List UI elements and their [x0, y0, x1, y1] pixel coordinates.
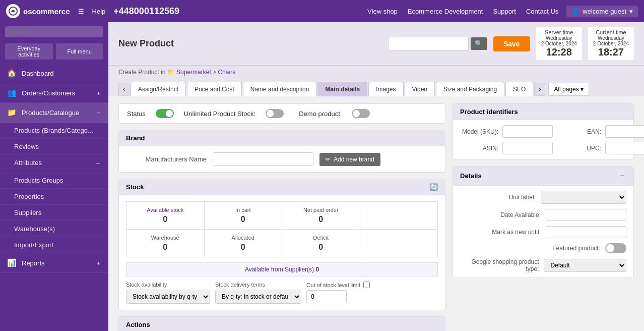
supplier-availability-row: Available from Supplier(s) 0 [126, 262, 438, 277]
incart-label: In cart [210, 207, 277, 213]
sidebar-item-suppliers[interactable]: Suppliers [0, 205, 108, 221]
supplier-text: Available from Supplier(s) [245, 266, 314, 273]
stock-availability-select[interactable]: Stock availability by q-ty [126, 290, 210, 304]
add-brand-label: Add new brand [334, 156, 374, 163]
product-identifiers-section: Product identifiers Model (SKU): EAN: AS… [453, 103, 634, 160]
sidebar-item-warehouses[interactable]: Warehouse(s) [0, 221, 108, 237]
details-header: Details － [453, 167, 633, 186]
stock-delivery-select[interactable]: By q-ty: in stock or defau [215, 290, 301, 304]
tab-size-packaging[interactable]: Size and Packaging [436, 82, 504, 96]
product-header: New Product 🔍 Save Server time Wednesday… [108, 22, 644, 66]
add-brand-button[interactable]: ✏ Add new brand [319, 153, 380, 166]
user-label: welcome guest [583, 8, 626, 15]
sidebar-item-orders-customers[interactable]: 👥 Orders/Customers ＋ [0, 83, 108, 103]
save-button[interactable]: Save [493, 36, 530, 51]
tab-video[interactable]: Video [405, 82, 435, 96]
ecommerce-link[interactable]: Ecommerce Development [408, 8, 483, 15]
available-value: 0 [132, 215, 199, 224]
demo-product-toggle[interactable] [352, 109, 370, 118]
all-pages-dropdown[interactable]: All pages ▾ [548, 83, 589, 96]
logo[interactable]: oscommerce [6, 4, 70, 18]
breadcrumb-chairs-link[interactable]: Chairs [218, 69, 235, 76]
featured-label: Featured product: [552, 245, 600, 252]
stock-availability-group: Stock availability Stock availability by… [126, 282, 210, 304]
search-input[interactable] [5, 26, 103, 37]
sidebar-item-import-export[interactable]: Import/Export [0, 237, 108, 253]
tab-name-description[interactable]: Name and description [243, 82, 317, 96]
form-right: Product identifiers Model (SKU): EAN: AS… [453, 103, 634, 324]
sidebar-item-reviews[interactable]: Reviews [0, 139, 108, 155]
app-body: Everyday activities Full menu 🏠 Dashboar… [0, 22, 644, 331]
mfr-name-input[interactable] [213, 152, 313, 166]
user-chevron-icon: ▾ [629, 8, 633, 15]
sidebar-item-reports[interactable]: 📊 Reports ＋ [0, 253, 108, 273]
form-area: Status Unlimited Product Stock: Demo pro… [108, 96, 644, 331]
sidebar-item-products-brands[interactable]: Products (Brands/Catego... [0, 123, 108, 139]
support-link[interactable]: Support [493, 8, 516, 15]
product-search-input[interactable] [388, 37, 469, 50]
deficit-label: Deficit [287, 235, 355, 241]
everyday-activities-button[interactable]: Everyday activities [5, 43, 53, 60]
tab-seo[interactable]: SEO [505, 82, 533, 96]
sidebar: Everyday activities Full menu 🏠 Dashboar… [0, 22, 108, 331]
server-time-display: Server time Wednesday2 October, 2024 12:… [536, 27, 582, 60]
tab-prev-button[interactable]: ‹ [118, 83, 130, 96]
tab-assign-restrict[interactable]: Assign/Restrict [131, 82, 186, 96]
demo-product-label: Demo product: [299, 110, 342, 118]
sku-input[interactable] [502, 125, 553, 138]
full-menu-button[interactable]: Full menu [56, 43, 104, 60]
brand-row: Manufacturers Name ✏ Add new brand [126, 152, 438, 166]
mark-new-input[interactable] [546, 226, 626, 238]
sidebar-item-label: Reports [22, 259, 45, 267]
stock-grid: Available stock 0 In cart 0 Not paid ord… [126, 201, 438, 257]
unlimited-stock-toggle[interactable] [266, 109, 284, 118]
user-avatar-icon: 👤 [571, 8, 579, 15]
incart-cell: In cart 0 [205, 202, 282, 229]
oos-checkbox[interactable] [363, 282, 370, 288]
google-type-select[interactable]: Default [544, 259, 626, 272]
details-title: Details [460, 172, 482, 180]
form-left: Status Unlimited Product Stock: Demo pro… [118, 103, 445, 324]
help-link[interactable]: Help [92, 8, 106, 15]
collapse-icon: － [96, 109, 101, 117]
current-time-label: Current time [593, 29, 629, 35]
tab-images[interactable]: Images [368, 82, 403, 96]
oos-input[interactable] [306, 290, 347, 303]
date-available-input[interactable] [546, 209, 626, 221]
sidebar-item-properties[interactable]: Properties [0, 189, 108, 205]
ean-input[interactable] [605, 125, 644, 138]
upc-input[interactable] [605, 142, 644, 154]
allocated-value: 0 [210, 243, 277, 252]
refresh-icon[interactable]: 🔄 [430, 183, 438, 191]
featured-toggle[interactable] [605, 243, 626, 253]
details-form: Unit label: Date Available: Mark as new … [453, 186, 633, 278]
sidebar-item-dashboard[interactable]: 🏠 Dashboard [0, 64, 108, 83]
identifiers-title: Product identifiers [460, 108, 518, 116]
deficit-cell: Deficit 0 [282, 230, 360, 257]
breadcrumb-supermarket-link[interactable]: Supermarket [176, 69, 211, 76]
tab-next-button[interactable]: › [534, 83, 545, 96]
stock-delivery-group: Stock delivery terms By q-ty: in stock o… [215, 282, 301, 304]
contact-link[interactable]: Contact Us [526, 8, 558, 15]
viewshop-link[interactable]: View shop [367, 8, 398, 15]
sidebar-item-attributes[interactable]: Attributes＋ [0, 155, 108, 173]
sidebar-item-products-groups[interactable]: Products Groups [0, 173, 108, 189]
current-clock: 18:27 [593, 46, 629, 58]
status-label: Status [127, 110, 146, 118]
unit-label-select[interactable] [541, 191, 626, 204]
menu-toggle-icon[interactable]: ☰ [78, 8, 84, 15]
tab-price-cost[interactable]: Price and Cost [187, 82, 242, 96]
details-collapse-button[interactable]: － [618, 171, 626, 181]
status-toggle[interactable] [156, 109, 174, 118]
phone-number: +448000112569 [113, 6, 179, 17]
asin-input[interactable] [502, 142, 553, 154]
sidebar-item-products-catalogue[interactable]: 📁 Products/Catalogue － [0, 103, 108, 123]
user-info[interactable]: 👤 welcome guest ▾ [566, 6, 638, 17]
unit-label-row: Unit label: [460, 191, 626, 204]
product-search-button[interactable]: 🔍 [471, 37, 487, 50]
allocated-cell: Allocated 0 [205, 230, 282, 257]
product-search: 🔍 [388, 37, 487, 50]
oos-label: Out of stock level limit [306, 282, 360, 288]
tab-main-details[interactable]: Main details [317, 82, 367, 96]
available-label: Available stock [132, 207, 199, 213]
